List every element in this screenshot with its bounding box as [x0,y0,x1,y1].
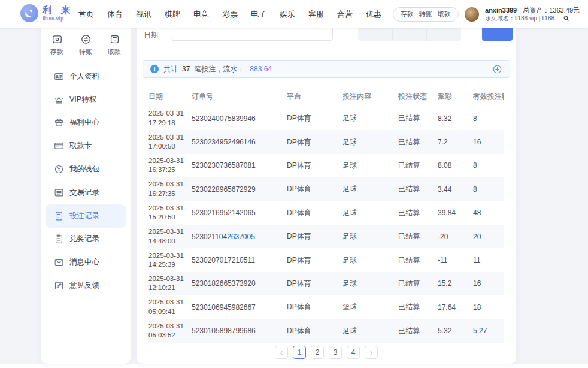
cell-date: 2025-03-3112:10:21 [148,275,192,293]
sidebar-item-wallet[interactable]: 我的钱包 [46,158,126,181]
sidebar-item-messages[interactable]: 消息中心 [46,251,126,274]
sidebar-item-label: VIP特权 [69,95,96,105]
table-row: 2025-03-3115:20:50 5230216952142065 DP体育… [148,201,504,225]
info-icon: i [150,65,159,73]
quick-transfer-button[interactable]: 转账 [79,34,92,56]
withdraw-link[interactable]: 取款 [438,10,451,19]
summary-prefix: 共计 [163,64,178,74]
table-row: 2025-03-3112:10:21 5230182665373920 DP体育… [148,272,504,295]
sidebar-item-transactions[interactable]: 交易记录 [46,181,126,204]
avatar[interactable] [465,7,479,22]
cell-content: 足球 [343,184,398,194]
cell-status: 已结算 [398,231,438,242]
cell-platform: DP体育 [287,326,343,336]
cell-content: 足球 [343,137,398,147]
bet-records-panel: 日期 i 共计 37 笔投注，流水： 883.64 日期 订单号 平台 投注内容… [137,24,516,364]
cell-order: 5230216952142065 [192,209,287,217]
cell-date: 2025-03-3117:00:50 [148,133,192,152]
main-nav: 首页 体育 视讯 棋牌 电竞 彩票 电子 娱乐 客服 合营 优惠 APP [78,0,410,28]
cell-platform: DP体育 [287,231,343,242]
nav-item-live[interactable]: 视讯 [136,9,151,20]
cell-payout: 39.84 [438,209,473,217]
cell-platform: DP体育 [287,113,343,123]
nav-item-partner[interactable]: 合营 [337,9,353,20]
cell-valid: 18 [473,303,504,312]
quick-deposit-button[interactable]: 存款 [50,34,63,56]
cell-status: 已结算 [398,302,438,312]
nav-item-slots[interactable]: 电子 [251,9,266,20]
deposit-link[interactable]: 存款 [401,10,414,19]
cell-content: 篮球 [343,302,398,312]
sidebar-item-vip[interactable]: VIP特权 [46,88,126,111]
nav-item-esports[interactable]: 电竞 [193,9,209,20]
page-button-2[interactable]: 2 [311,346,324,359]
table-row: 2025-03-3117:00:50 5230234952496146 DP体育… [148,130,504,153]
page-button-1[interactable]: 1 [293,346,306,359]
cell-valid: 11 [473,256,504,264]
sidebar-item-label: 兑奖记录 [69,234,99,244]
nav-item-lottery[interactable]: 彩票 [222,9,238,20]
brand-text: 利 来 ll188.vip [43,5,73,22]
nav-item-service[interactable]: 客服 [308,9,324,20]
date-filter-label: 日期 [144,30,158,40]
deposit-icon [51,34,63,45]
next-page-button[interactable]: › [365,346,378,359]
cell-payout: 3.44 [438,185,473,194]
nav-item-home[interactable]: 首页 [78,9,94,20]
col-payout: 派彩 [438,92,473,102]
page-button-3[interactable]: 3 [329,346,342,359]
prev-page-button[interactable]: ‹ [275,346,288,359]
cell-platform: DP体育 [287,302,343,312]
cell-payout: 17.64 [438,303,473,312]
sidebar-item-bet-records[interactable]: 投注记录 [46,204,126,228]
cell-order: 5230106945982667 [192,303,287,312]
sidebar-item-benefits[interactable]: 福利中心 [46,111,126,135]
search-icon[interactable] [563,15,569,22]
quick-deposit-label: 存款 [50,47,63,56]
col-order: 订单号 [192,92,287,102]
sidebar-item-redeem-records[interactable]: 兑奖记录 [46,228,126,251]
bank-card-icon [54,141,64,151]
cell-status: 已结算 [398,326,438,336]
nav-item-promo[interactable]: 优惠 [366,9,381,20]
page-button-4[interactable]: 4 [347,346,360,359]
transfer-link[interactable]: 转账 [419,10,432,19]
header-right: 存款 转账 取款 anxin3399 总资产：1363.49元 永久域名：ll1… [393,0,580,28]
sidebar-item-label: 我的钱包 [69,164,99,174]
cell-content: 足球 [343,113,398,123]
page: 利 来 ll188.vip 首页 体育 视讯 棋牌 电竞 彩票 电子 娱乐 客服… [0,0,588,368]
sidebar-item-label: 取款卡 [69,141,92,151]
cell-payout: 15.2 [438,279,473,288]
cell-order: 5230105898799686 [192,327,287,335]
nav-item-boardgames[interactable]: 棋牌 [165,9,180,20]
table-header: 日期 订单号 平台 投注内容 投注状态 派彩 有效投注额 [148,86,504,107]
nav-item-entertainment[interactable]: 娱乐 [280,9,295,20]
cell-platform: DP体育 [287,208,343,218]
cell-payout: 8.32 [438,114,473,123]
cell-order: 5230240075839946 [192,114,287,123]
sidebar-item-withdraw-card[interactable]: 取款卡 [46,134,126,158]
plus-circle-icon [492,64,502,74]
cell-date: 2025-03-3105:03:52 [148,322,192,340]
brand-logo[interactable]: 利 来 ll188.vip [20,4,73,22]
sidebar-item-label: 投注记录 [69,211,99,221]
sidebar-item-profile[interactable]: 个人资料 [46,65,126,88]
brand-name: 利 来 [43,5,73,15]
wallet-icon [54,164,64,174]
cell-payout: 7.2 [438,138,473,146]
cell-date: 2025-03-3114:25:39 [148,251,192,270]
table-row: 2025-03-3114:25:39 5230207017210511 DP体育… [148,248,504,272]
table-row: 2025-03-3105:03:52 5230105898799686 DP体育… [148,319,504,343]
cell-status: 已结算 [398,161,438,171]
cell-payout: -11 [438,256,473,264]
quick-withdraw-button[interactable]: 取款 [108,34,121,56]
expand-button[interactable] [492,64,502,74]
pagination: ‹ 1 2 3 4 › [137,346,516,359]
cell-status: 已结算 [398,137,438,147]
sidebar-item-feedback[interactable]: 意见反馈 [46,274,126,297]
cell-valid: 8 [473,185,504,194]
nav-item-sports[interactable]: 体育 [107,9,123,20]
wallet-actions-pill: 存款 转账 取款 [393,7,459,22]
crown-icon [54,95,64,105]
cell-date: 2025-03-3116:27:35 [148,180,192,198]
